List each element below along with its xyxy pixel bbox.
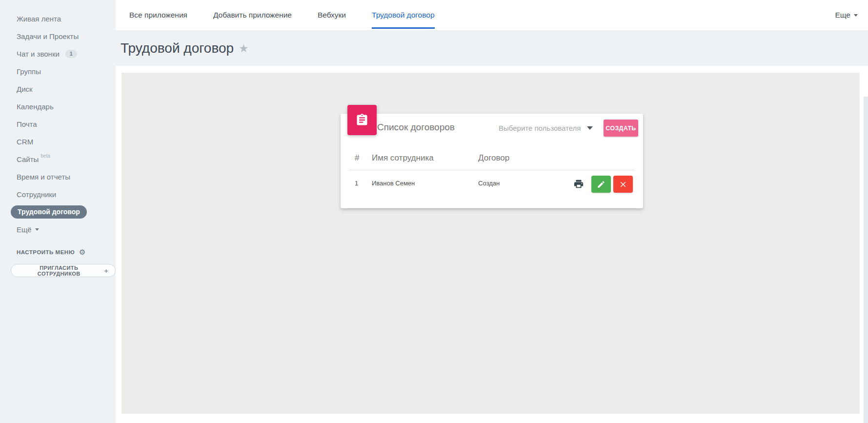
sidebar-item-label: Календарь [17, 102, 54, 111]
tab-bar: Все приложения Добавить приложение Вебху… [116, 0, 868, 31]
sidebar: Живая лента Задачи и Проекты Чат и звонк… [0, 0, 116, 423]
sidebar-item-label: Сайты [17, 155, 39, 163]
sidebar-item-groups[interactable]: Группы [0, 62, 116, 80]
sidebar-item-employees[interactable]: Сотрудники [0, 185, 116, 203]
page-title: Трудовой договор [121, 40, 234, 56]
sidebar-item-label: Время и отчеты [17, 173, 70, 181]
sidebar-item-label: CRM [17, 138, 33, 146]
beta-label: beta [40, 153, 50, 159]
chat-counter-badge: 1 [65, 50, 77, 58]
sidebar-item-label: Чат и звонки [17, 50, 60, 58]
sidebar-item-label: Ещё [17, 225, 32, 234]
sidebar-item-label: Сотрудники [17, 190, 56, 199]
contracts-card: Список договоров Выберите пользователя С… [341, 114, 643, 208]
user-select-placeholder: Выберите пользователя [499, 124, 581, 132]
sidebar-item-label: Группы [17, 67, 41, 76]
work-area: Список договоров Выберите пользователя С… [116, 66, 868, 423]
tab-add-app[interactable]: Добавить приложение [213, 0, 292, 30]
active-item-pill: Трудовой договор [11, 205, 87, 219]
configure-menu-button[interactable]: НАСТРОИТЬ МЕНЮ ⚙ [0, 248, 116, 256]
delete-button[interactable] [613, 176, 633, 193]
tab-employment-contract[interactable]: Трудовой договор [372, 0, 435, 30]
app-panel: Список договоров Выберите пользователя С… [121, 73, 860, 414]
sidebar-item-crm[interactable]: CRM [0, 133, 116, 150]
sidebar-item-calendar[interactable]: Календарь [0, 98, 116, 115]
row-contract-status: Создан [478, 180, 500, 187]
row-employee-name: Иванов Семен [372, 180, 415, 187]
invite-label: ПРИГЛАСИТЬ СОТРУДНИКОВ [18, 265, 100, 277]
clipboard-icon [347, 105, 377, 135]
close-icon [619, 180, 627, 189]
edit-button[interactable] [591, 176, 611, 193]
main-content: Все приложения Добавить приложение Вебху… [116, 0, 868, 423]
chevron-down-icon [35, 228, 39, 231]
sidebar-menu: Живая лента Задачи и Проекты Чат и звонк… [0, 0, 116, 238]
create-button[interactable]: СОЗДАТЬ [604, 120, 638, 137]
sidebar-item-chat-calls[interactable]: Чат и звонки 1 [0, 45, 116, 62]
favorite-star-icon[interactable]: ★ [239, 42, 249, 55]
more-menu-label: Еще [835, 11, 850, 20]
print-button[interactable] [572, 178, 585, 190]
card-title: Список договоров [377, 122, 455, 133]
invite-employees-button[interactable]: ПРИГЛАСИТЬ СОТРУДНИКОВ + [11, 264, 116, 277]
printer-icon [573, 179, 584, 189]
sidebar-item-mail[interactable]: Почта [0, 115, 116, 133]
sidebar-item-more[interactable]: Ещё [0, 221, 116, 238]
sidebar-item-tasks-projects[interactable]: Задачи и Проекты [0, 27, 116, 45]
column-header-employee-name: Имя сотрудника [372, 153, 434, 163]
table-divider [349, 170, 634, 170]
plus-icon: + [104, 267, 108, 274]
sidebar-item-label: Почта [17, 120, 37, 128]
gear-icon: ⚙ [79, 248, 86, 256]
sidebar-item-drive[interactable]: Диск [0, 80, 116, 98]
app-root: Живая лента Задачи и Проекты Чат и звонк… [0, 0, 868, 423]
sidebar-item-label: Задачи и Проекты [17, 32, 79, 40]
sidebar-item-label: Диск [17, 85, 33, 93]
sidebar-item-employment-contract[interactable]: Трудовой договор [0, 203, 116, 221]
chevron-down-icon [854, 14, 858, 17]
configure-menu-label: НАСТРОИТЬ МЕНЮ [17, 249, 75, 255]
tab-all-apps[interactable]: Все приложения [129, 0, 187, 30]
column-header-number: # [355, 153, 359, 163]
title-strip: Трудовой договор ★ [116, 31, 868, 66]
row-number: 1 [355, 180, 358, 187]
pencil-icon [597, 180, 606, 189]
sidebar-item-time-reports[interactable]: Время и отчеты [0, 168, 116, 185]
sidebar-item-live-feed[interactable]: Живая лента [0, 10, 116, 27]
scrollbar[interactable] [864, 97, 868, 423]
sidebar-item-sites[interactable]: Сайты beta [0, 150, 116, 168]
column-header-contract: Договор [478, 153, 509, 163]
chevron-down-icon [587, 126, 593, 130]
user-select[interactable]: Выберите пользователя [499, 124, 593, 132]
tab-webhooks[interactable]: Вебхуки [318, 0, 346, 30]
more-menu-button[interactable]: Еще [835, 11, 858, 20]
sidebar-item-label: Живая лента [17, 15, 61, 23]
